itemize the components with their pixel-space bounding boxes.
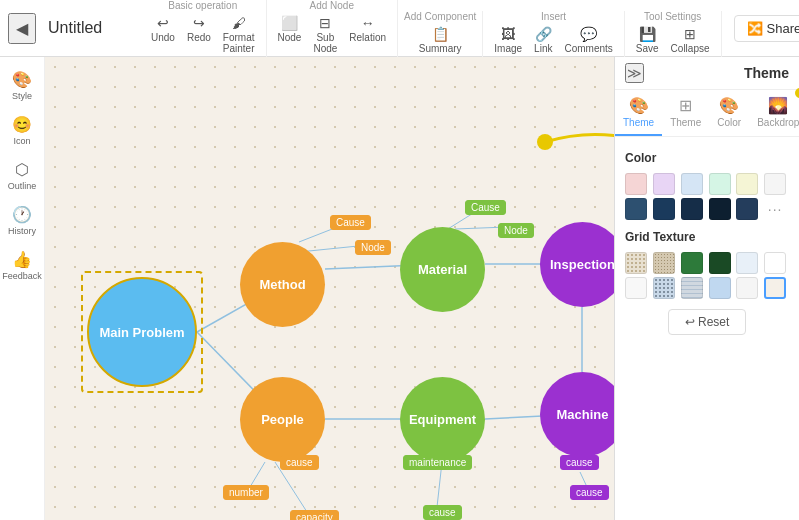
tab-theme-active[interactable]: 🎨 Theme xyxy=(615,90,662,136)
cause-label-3[interactable]: cause xyxy=(280,455,319,470)
node-label-1[interactable]: Node xyxy=(355,240,391,255)
header-right: 🔀 Share 📤 Export xyxy=(734,15,799,42)
tab-backdrop[interactable]: 🌄 Backdrop xyxy=(749,90,799,136)
texture-3[interactable] xyxy=(709,252,731,274)
equipment-node[interactable]: Equipment xyxy=(400,377,485,462)
add-component-label: Add Component xyxy=(404,11,476,22)
sidebar-item-outline[interactable]: ⬡ Outline xyxy=(1,155,43,196)
sub-node-button[interactable]: ⊟Sub Node xyxy=(308,13,342,57)
color-swatch-8[interactable] xyxy=(681,198,703,220)
color-swatch-7[interactable] xyxy=(653,198,675,220)
link-button[interactable]: 🔗Link xyxy=(529,24,557,57)
canvas[interactable]: Main Problem Method Material Inspection … xyxy=(45,57,614,520)
panel-header: ≫ Theme xyxy=(615,57,799,90)
theme-grid-icon: ⊞ xyxy=(679,96,692,115)
content-area: 🎨 Style 😊 Icon ⬡ Outline 🕐 History 👍 Fee… xyxy=(0,57,799,520)
color-swatch-2[interactable] xyxy=(681,173,703,195)
number-label[interactable]: number xyxy=(223,485,269,500)
page-title: Untitled xyxy=(48,19,128,37)
panel-tabs: 🎨 Theme ⊞ Theme 🎨 Color 🌄 Backdrop xyxy=(615,90,799,137)
node-button[interactable]: ⬜Node xyxy=(273,13,307,57)
sidebar-item-style[interactable]: 🎨 Style xyxy=(1,65,43,106)
texture-grid xyxy=(625,252,789,299)
texture-0[interactable] xyxy=(625,252,647,274)
color-grid: ··· xyxy=(625,173,789,220)
texture-10[interactable] xyxy=(736,277,758,299)
texture-4[interactable] xyxy=(736,252,758,274)
tab-color[interactable]: 🎨 Color xyxy=(709,90,749,136)
color-swatch-6[interactable] xyxy=(625,198,647,220)
texture-9[interactable] xyxy=(709,277,731,299)
color-swatch-10[interactable] xyxy=(736,198,758,220)
comments-button[interactable]: 💬Comments xyxy=(559,24,617,57)
color-swatch-1[interactable] xyxy=(653,173,675,195)
format-painter-button[interactable]: 🖌Format Painter xyxy=(218,13,260,57)
texture-1[interactable] xyxy=(653,252,675,274)
texture-6[interactable] xyxy=(625,277,647,299)
main-problem-node[interactable]: Main Problem xyxy=(87,277,197,387)
toolbar: Basic operation ↩Undo ↪Redo 🖌Format Pain… xyxy=(140,0,722,57)
icon-icon: 😊 xyxy=(12,115,32,134)
cause-label-4[interactable]: cause xyxy=(423,505,462,520)
undo-button[interactable]: ↩Undo xyxy=(146,13,180,57)
cause-label-1[interactable]: Cause xyxy=(330,215,371,230)
theme-icon: 🎨 xyxy=(629,96,649,115)
collapse-button[interactable]: ⊞Collapse xyxy=(666,24,715,57)
summary-button[interactable]: 📋Summary xyxy=(414,24,467,57)
reset-button[interactable]: ↩ Reset xyxy=(668,309,747,335)
texture-5[interactable] xyxy=(764,252,786,274)
color-swatch-0[interactable] xyxy=(625,173,647,195)
color-section-title: Color xyxy=(625,151,789,165)
history-icon: 🕐 xyxy=(12,205,32,224)
sidebar-item-icon[interactable]: 😊 Icon xyxy=(1,110,43,151)
color-swatch-9[interactable] xyxy=(709,198,731,220)
cause-label-5[interactable]: cause xyxy=(560,455,599,470)
share-icon: 🔀 xyxy=(747,21,763,36)
feedback-icon: 👍 xyxy=(12,250,32,269)
cause-label-2[interactable]: Cause xyxy=(465,200,506,215)
tab-theme[interactable]: ⊞ Theme xyxy=(662,90,709,136)
insert-group: Insert 🖼Image 🔗Link 💬Comments xyxy=(483,11,625,57)
texture-8[interactable] xyxy=(681,277,703,299)
node-label-2[interactable]: Node xyxy=(498,223,534,238)
header: ◀ Untitled Basic operation ↩Undo ↪Redo 🖌… xyxy=(0,0,799,57)
panel-collapse-button[interactable]: ≫ xyxy=(625,63,644,83)
cause-label-6[interactable]: cause xyxy=(570,485,609,500)
basic-operation-items: ↩Undo ↪Redo 🖌Format Painter xyxy=(146,13,260,57)
people-node[interactable]: People xyxy=(240,377,325,462)
outline-icon: ⬡ xyxy=(15,160,29,179)
add-node-group: Add Node ⬜Node ⊟Sub Node ↔Relation xyxy=(267,0,399,57)
add-component-group: Add Component 📋Summary xyxy=(398,11,483,57)
color-swatch-3[interactable] xyxy=(709,173,731,195)
tool-settings-group: Tool Settings 💾Save ⊞Collapse xyxy=(625,11,722,57)
color-icon: 🎨 xyxy=(719,96,739,115)
more-colors-button[interactable]: ··· xyxy=(764,198,786,220)
color-swatch-4[interactable] xyxy=(736,173,758,195)
save-button[interactable]: 💾Save xyxy=(631,24,664,57)
tool-settings-label: Tool Settings xyxy=(644,11,701,22)
left-sidebar: 🎨 Style 😊 Icon ⬡ Outline 🕐 History 👍 Fee… xyxy=(0,57,45,520)
sidebar-item-feedback[interactable]: 👍 Feedback xyxy=(1,245,43,286)
relation-button[interactable]: ↔Relation xyxy=(344,13,391,57)
material-node[interactable]: Material xyxy=(400,227,485,312)
maintenance-label[interactable]: maintenance xyxy=(403,455,472,470)
redo-button[interactable]: ↪Redo xyxy=(182,13,216,57)
grid-texture-section-title: Grid Texture xyxy=(625,230,789,244)
method-node[interactable]: Method xyxy=(240,242,325,327)
color-swatch-5[interactable] xyxy=(764,173,786,195)
add-node-label: Add Node xyxy=(310,0,354,11)
share-button[interactable]: 🔀 Share xyxy=(734,15,799,42)
sidebar-item-history[interactable]: 🕐 History xyxy=(1,200,43,241)
texture-2[interactable] xyxy=(681,252,703,274)
basic-operation-label: Basic operation xyxy=(168,0,237,11)
insert-items: 🖼Image 🔗Link 💬Comments xyxy=(489,24,618,57)
panel-body: Color ··· Grid Texture xyxy=(615,137,799,520)
texture-11-selected[interactable] xyxy=(764,277,786,299)
right-panel: ≫ Theme 🎨 Theme ⊞ Theme 🎨 Color 🌄 Backdr… xyxy=(614,57,799,520)
image-button[interactable]: 🖼Image xyxy=(489,24,527,57)
capacity-label[interactable]: capacity xyxy=(290,510,339,520)
basic-operation-group: Basic operation ↩Undo ↪Redo 🖌Format Pain… xyxy=(140,0,267,57)
insert-label: Insert xyxy=(541,11,566,22)
texture-7[interactable] xyxy=(653,277,675,299)
back-button[interactable]: ◀ xyxy=(8,13,36,44)
